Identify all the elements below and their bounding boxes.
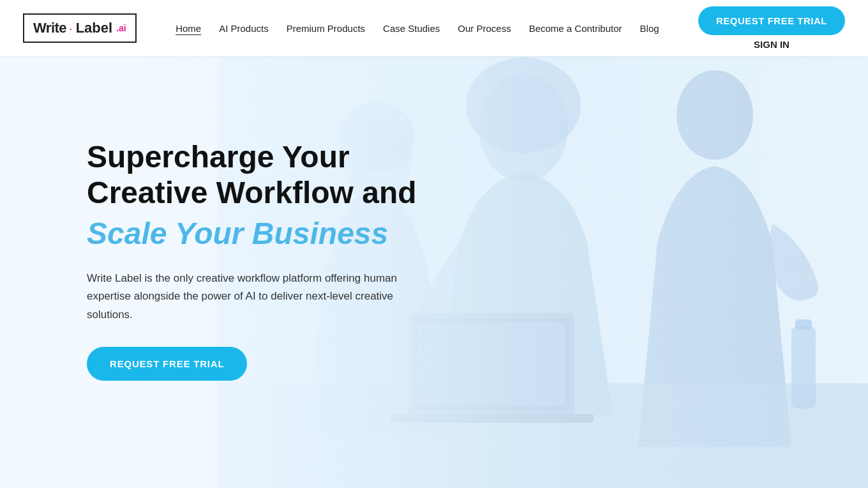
hero-headline-line1: Supercharge Your Creative Workflow and — [87, 139, 447, 210]
hero-text-block: Supercharge Your Creative Workflow and S… — [0, 139, 447, 380]
hero-section: Write · Label .ai Home AI Products Premi… — [0, 0, 868, 488]
hero-description: Write Label is the only creative workflo… — [87, 270, 419, 323]
hero-content: Supercharge Your Creative Workflow and S… — [0, 0, 868, 488]
hero-headline-line2: Scale Your Business — [87, 215, 447, 252]
hero-request-trial-button[interactable]: REQUEST FREE TRIAL — [87, 347, 247, 381]
